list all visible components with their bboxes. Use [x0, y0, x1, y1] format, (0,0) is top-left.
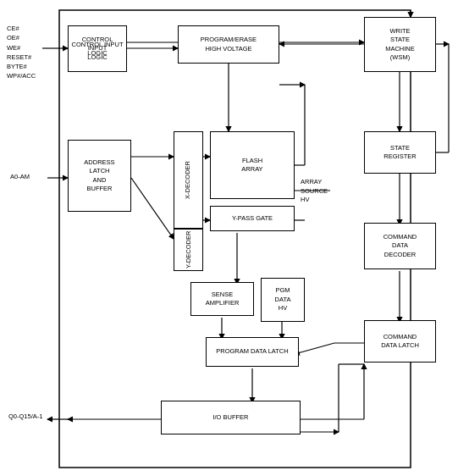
- pgm-data-hv-label: PGMDATAHV: [261, 278, 305, 322]
- q0-q15-label: Q0-Q15/A-1: [8, 412, 72, 420]
- program-data-latch-label: PROGRAM DATA LATCH: [206, 337, 299, 367]
- write-state-machine-label: WRITESTATEMACHINE(WSM): [364, 17, 436, 72]
- sense-amplifier-label: SENSEAMPLIFIER: [190, 282, 254, 316]
- state-register-label: STATEREGISTER: [364, 131, 436, 174]
- control-input-logic-label: CONTROLINPUTLOGIC: [68, 25, 127, 72]
- flash-array-label: FLASHARRAY: [210, 131, 295, 199]
- a0am-label: A0-AM: [10, 173, 48, 180]
- svg-line-10: [131, 178, 174, 239]
- io-buffer-label: I/O BUFFER: [161, 401, 301, 434]
- address-latch-label: ADDRESSLATCHANDBUFFER: [68, 140, 131, 212]
- command-data-decoder-label: COMMANDDATADECODER: [364, 223, 436, 269]
- ce-label: CE#OE#WE#RESET#BYTE#WP#/ACC: [7, 24, 58, 81]
- array-source-hv-label: ARRAYSOURCEHV: [301, 178, 356, 205]
- svg-line-26: [295, 343, 334, 354]
- y-pass-gate-label: Y-PASS GATE: [210, 206, 295, 231]
- command-data-latch-label: COMMANDDATA LATCH: [364, 320, 436, 363]
- x-decoder-label: X-DECODER: [174, 131, 203, 229]
- svg-rect-0: [59, 10, 411, 468]
- program-erase-hv-label: PROGRAM/ERASEHIGH VOLTAGE: [178, 25, 279, 64]
- block-diagram: CONTROL INPUT LOGIC CONTROLINPUTLOGIC PR…: [0, 0, 469, 476]
- y-decoder-label: Y-DECODER: [174, 229, 203, 271]
